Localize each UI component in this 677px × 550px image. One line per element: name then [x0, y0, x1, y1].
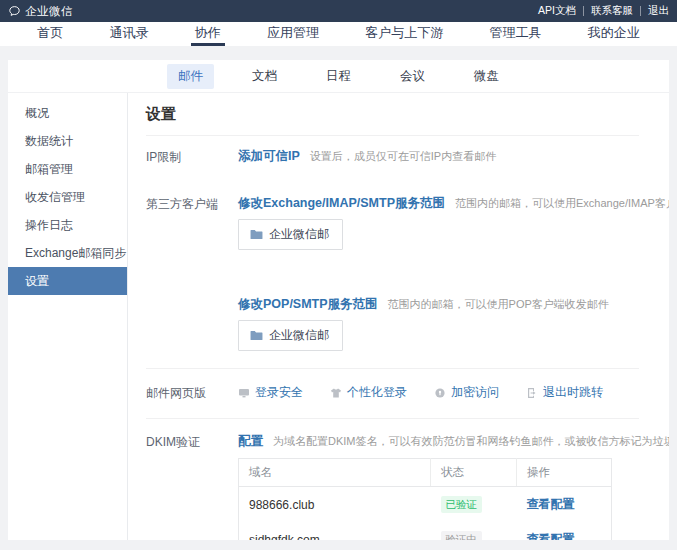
- monitor-icon: [238, 387, 250, 399]
- content-card: 邮件 文档 日程 会议 微盘 概况 数据统计 邮箱管理 收发信管理 操作日志 E…: [8, 60, 669, 540]
- tab-docs[interactable]: 文档: [241, 64, 288, 89]
- domain-cell: sjdhgfdk.com: [239, 522, 431, 540]
- login-security-link[interactable]: 登录安全: [255, 384, 303, 401]
- nav-collaboration[interactable]: 协作: [191, 22, 225, 46]
- status-badge: 验证中: [441, 531, 483, 540]
- tab-calendar[interactable]: 日程: [315, 64, 362, 89]
- tab-meeting[interactable]: 会议: [389, 64, 436, 89]
- encrypted-access-link[interactable]: 加密访问: [451, 384, 499, 401]
- app-title: 企业微信: [25, 4, 73, 19]
- shirt-icon: [330, 387, 342, 399]
- sidebar-item-operation-log[interactable]: 操作日志: [8, 211, 127, 239]
- divider: [146, 135, 639, 136]
- pop-scope-button[interactable]: 企业微信邮: [238, 320, 343, 351]
- page-title: 设置: [146, 103, 639, 124]
- logout-icon: [526, 387, 538, 399]
- topbar-links: API文档 联系客服 退出: [538, 4, 669, 18]
- exchange-scope-button[interactable]: 企业微信邮: [238, 219, 343, 250]
- main-nav: 首页 通讯录 协作 应用管理 客户与上下游 管理工具 我的企业: [0, 22, 677, 46]
- personalized-login-link[interactable]: 个性化登录: [347, 384, 407, 401]
- dkim-label: DKIM验证: [146, 433, 238, 451]
- pop-desc: 范围内的邮箱，可以使用POP客户端收发邮件: [388, 297, 609, 312]
- dkim-desc: 为域名配置DKIM签名，可以有效防范仿冒和网络钓鱼邮件，或被收信方标记为垃圾邮件: [273, 434, 669, 449]
- divider: [146, 418, 639, 419]
- folder-icon: [250, 229, 263, 240]
- table-header-row: 域名 状态 操作: [239, 459, 612, 487]
- dkim-configure-link[interactable]: 配置: [238, 433, 263, 450]
- domain-cell: 988666.club: [239, 487, 431, 523]
- nav-customers[interactable]: 客户与上下游: [361, 22, 447, 46]
- pop-scope-name: 企业微信邮: [269, 327, 329, 344]
- mail-sidebar: 概况 数据统计 邮箱管理 收发信管理 操作日志 Exchange邮箱同步 设置: [8, 93, 128, 540]
- nav-contacts[interactable]: 通讯录: [105, 22, 152, 46]
- add-trusted-ip-link[interactable]: 添加可信IP: [238, 148, 300, 165]
- action-column-header: 操作: [517, 459, 612, 487]
- sidebar-item-statistics[interactable]: 数据统计: [8, 127, 127, 155]
- nav-my-company[interactable]: 我的企业: [584, 22, 644, 46]
- logout-redirect-item[interactable]: 退出时跳转: [526, 384, 603, 401]
- modify-pop-scope-link[interactable]: 修改POP/SMTP服务范围: [238, 296, 378, 313]
- sidebar-item-overview[interactable]: 概况: [8, 99, 127, 127]
- ip-restriction-desc: 设置后，成员仅可在可信IP内查看邮件: [310, 149, 496, 164]
- separator: [583, 6, 584, 16]
- table-row: sjdhgfdk.com 验证中 查看配置: [239, 522, 612, 540]
- page-background: 邮件 文档 日程 会议 微盘 概况 数据统计 邮箱管理 收发信管理 操作日志 E…: [0, 46, 677, 550]
- webmail-label: 邮件网页版: [146, 384, 238, 402]
- webmail-row: 邮件网页版 登录安全 个性化登录: [146, 384, 639, 402]
- dkim-row: DKIM验证 配置 为域名配置DKIM签名，可以有效防范仿冒和网络钓鱼邮件，或被…: [146, 433, 639, 540]
- collab-subtabs: 邮件 文档 日程 会议 微盘: [8, 60, 669, 93]
- sidebar-item-mailbox-management[interactable]: 邮箱管理: [8, 155, 127, 183]
- personalized-login-item[interactable]: 个性化登录: [330, 384, 407, 401]
- sidebar-item-settings[interactable]: 设置: [8, 267, 127, 295]
- status-column-header: 状态: [431, 459, 517, 487]
- topbar: 企业微信 API文档 联系客服 退出: [0, 0, 677, 22]
- table-row: 988666.club 已验证 查看配置: [239, 487, 612, 523]
- dkim-domain-table: 域名 状态 操作 988666.club 已验证 查看配置: [238, 458, 612, 540]
- logout-link[interactable]: 退出: [648, 4, 669, 18]
- login-security-item[interactable]: 登录安全: [238, 384, 303, 401]
- view-config-link[interactable]: 查看配置: [527, 497, 575, 511]
- third-party-label: 第三方客户端: [146, 195, 238, 213]
- api-docs-link[interactable]: API文档: [538, 4, 576, 18]
- nav-admin-tools[interactable]: 管理工具: [486, 22, 546, 46]
- separator: [640, 6, 641, 16]
- exchange-desc: 范围内的邮箱，可以使用Exchange/IMAP客户端收发邮件: [455, 196, 669, 211]
- sidebar-item-exchange-sync[interactable]: Exchange邮箱同步: [8, 239, 127, 267]
- lock-icon: [434, 387, 446, 399]
- status-badge: 已验证: [441, 496, 483, 513]
- tab-drive[interactable]: 微盘: [463, 64, 510, 89]
- divider: [146, 368, 639, 369]
- view-config-link[interactable]: 查看配置: [527, 532, 575, 540]
- contact-support-link[interactable]: 联系客服: [591, 4, 633, 18]
- tab-mail[interactable]: 邮件: [167, 64, 214, 89]
- sidebar-item-send-receive[interactable]: 收发信管理: [8, 183, 127, 211]
- wecom-bubble-icon: [8, 5, 21, 18]
- domain-column-header: 域名: [239, 459, 431, 487]
- folder-icon: [250, 330, 263, 341]
- nav-home[interactable]: 首页: [33, 22, 67, 46]
- third-party-row: 第三方客户端 修改Exchange/IMAP/SMTP服务范围 范围内的邮箱，可…: [146, 195, 639, 351]
- logo[interactable]: 企业微信: [8, 4, 73, 19]
- modify-exchange-scope-link[interactable]: 修改Exchange/IMAP/SMTP服务范围: [238, 195, 445, 212]
- ip-restriction-label: IP限制: [146, 148, 238, 166]
- encrypted-access-item[interactable]: 加密访问: [434, 384, 499, 401]
- ip-restriction-row: IP限制 添加可信IP 设置后，成员仅可在可信IP内查看邮件: [146, 148, 639, 166]
- exchange-scope-name: 企业微信邮: [269, 226, 329, 243]
- logout-redirect-link[interactable]: 退出时跳转: [543, 384, 603, 401]
- nav-app-management[interactable]: 应用管理: [263, 22, 323, 46]
- settings-content: 设置 IP限制 添加可信IP 设置后，成员仅可在可信IP内查看邮件 第三方客户端: [128, 93, 669, 540]
